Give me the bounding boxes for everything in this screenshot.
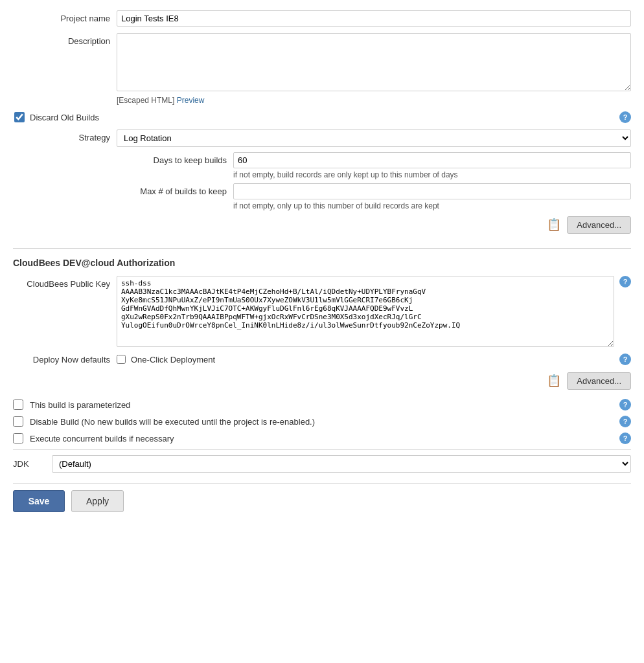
strategy-label: Strategy [13, 129, 117, 142]
concurrent-builds-help-icon[interactable]: ? [619, 433, 631, 444]
project-name-input[interactable] [117, 10, 631, 27]
max-builds-input[interactable] [233, 183, 631, 199]
days-to-keep-label: Days to keep builds [117, 152, 233, 165]
section-divider-1 [13, 248, 631, 249]
concurrent-builds-checkbox[interactable] [13, 433, 23, 444]
project-name-label: Project name [13, 10, 117, 23]
discard-old-builds-checkbox[interactable] [14, 112, 25, 122]
disable-build-label: Disable Build (No new builds will be exe… [30, 417, 619, 427]
parameterized-label: This build is parameterized [30, 400, 619, 410]
disable-build-checkbox[interactable] [13, 416, 23, 427]
jdk-select[interactable]: (Default) [52, 455, 631, 473]
max-builds-hint: if not empty, only up to this number of … [233, 201, 631, 210]
deploy-now-help-icon[interactable]: ? [619, 354, 631, 365]
cloudbees-public-key-label: CloudBees Public Key [13, 276, 117, 289]
concurrent-builds-label: Execute concurrent builds if necessary [30, 434, 619, 444]
strategy-select[interactable]: Log Rotation [117, 129, 631, 147]
days-to-keep-input[interactable] [233, 152, 631, 168]
advanced-button-2[interactable]: Advanced... [567, 372, 631, 390]
days-to-keep-hint: if not empty, build records are only kep… [233, 170, 631, 179]
description-textarea[interactable] [117, 33, 631, 91]
description-hint: [Escaped HTML] Preview [117, 96, 631, 105]
one-click-checkbox[interactable] [117, 355, 126, 364]
max-builds-label: Max # of builds to keep [117, 183, 233, 196]
jdk-label: JDK [13, 459, 52, 469]
discard-builds-help-icon[interactable]: ? [619, 111, 631, 123]
discard-old-builds-label: Discard Old Builds [30, 113, 619, 122]
cloudbees-key-help-icon[interactable]: ? [619, 276, 631, 287]
parameterized-help-icon[interactable]: ? [619, 399, 631, 410]
cloudbees-public-key-textarea[interactable]: ssh-dss AAAAB3NzaC1kc3MAAAcBAJtKE4tP4eMj… [117, 276, 614, 347]
deploy-now-label: Deploy Now defaults [13, 355, 117, 365]
save-button[interactable]: Save [13, 490, 65, 512]
notepad-icon-2: 📋 [545, 372, 563, 390]
advanced-button-1[interactable]: Advanced... [567, 216, 631, 234]
notepad-icon: 📋 [545, 216, 563, 234]
parameterized-checkbox[interactable] [13, 399, 23, 410]
disable-build-help-icon[interactable]: ? [619, 416, 631, 427]
cloudbees-section-title: CloudBees DEV@cloud Authorization [13, 258, 631, 268]
description-label: Description [13, 33, 117, 46]
one-click-label: One-Click Deployment [131, 355, 215, 365]
footer-buttons: Save Apply [13, 483, 631, 512]
preview-link[interactable]: Preview [177, 96, 205, 105]
apply-button[interactable]: Apply [71, 490, 124, 512]
